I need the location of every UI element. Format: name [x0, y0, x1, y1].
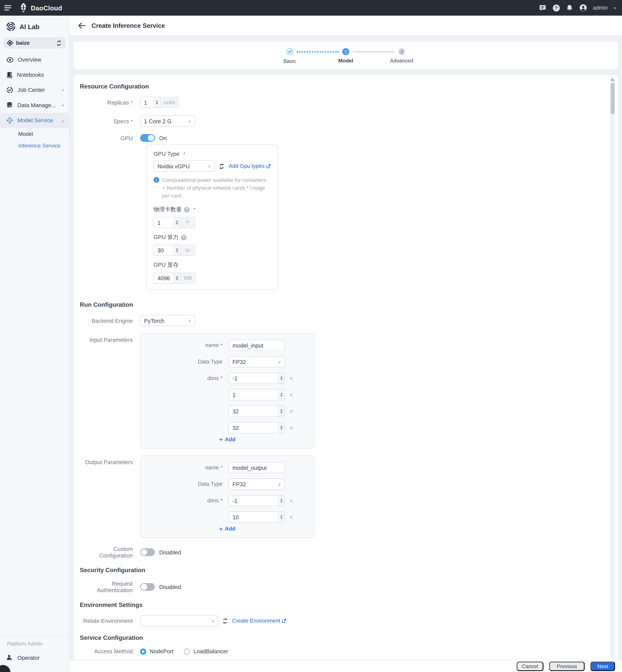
remove-dim-icon[interactable]: ✕ [289, 408, 293, 414]
replicas-stepper[interactable] [153, 97, 160, 107]
sidebar-subitem-inference-service[interactable]: Inference Service [0, 140, 69, 152]
remove-dim-icon[interactable]: ✕ [289, 375, 293, 381]
product-name: AI Lab [20, 23, 39, 30]
previous-button[interactable]: Previous [549, 661, 585, 671]
plus-icon: + [219, 436, 223, 443]
add-output-dim-button[interactable]: + Add [219, 525, 236, 532]
gpu-toggle[interactable] [140, 134, 155, 142]
chevron-down-icon: ▾ [62, 88, 64, 92]
add-input-dim-button[interactable]: + Add [219, 436, 236, 443]
refresh-environments-icon[interactable] [222, 618, 228, 624]
backend-engine-select[interactable]: PyTorch ∨ [140, 315, 195, 326]
create-environment-link[interactable]: Create Environment [232, 618, 286, 624]
physical-card-count-input[interactable] [154, 217, 174, 228]
sidebar-item-label: Model Service [18, 117, 58, 124]
remove-dim-icon[interactable]: ✕ [289, 392, 293, 398]
scrollbar-up-arrow[interactable] [611, 78, 614, 81]
gpu-memory-stepper[interactable] [174, 273, 180, 283]
specs-select[interactable]: 1 Core 2 G ∨ [140, 115, 195, 127]
gpu-power-input[interactable] [154, 245, 174, 256]
input-dim-field[interactable] [229, 373, 278, 383]
step-model[interactable]: 2 Model [342, 48, 349, 55]
remove-dim-icon[interactable]: ✕ [289, 425, 293, 431]
input-dtype-select[interactable]: FP32 ∨ [229, 356, 285, 367]
output-name-field[interactable] [229, 462, 284, 473]
hamburger-menu-icon[interactable] [0, 0, 15, 15]
feedback-icon[interactable] [539, 4, 546, 11]
gpu-power-label: GPU 算力 ? [153, 233, 271, 241]
sidebar-item-model-service[interactable]: Model Service ▴ [0, 113, 69, 128]
dim-stepper[interactable] [278, 390, 284, 400]
sidebar-item-job-center[interactable]: Job Center ▾ [0, 82, 69, 98]
access-method-label: Access Method [80, 648, 133, 654]
workspace-selector[interactable]: baize [3, 37, 65, 48]
remove-dim-icon[interactable]: ✕ [289, 514, 293, 520]
sidebar-item-data-management[interactable]: Data Manage... ▾ [0, 98, 69, 113]
dim-stepper[interactable] [278, 406, 284, 416]
gpu-memory-input[interactable] [154, 273, 174, 283]
param-name-label: name [170, 342, 222, 348]
input-name-field[interactable] [229, 340, 284, 350]
workspace-switch-icon[interactable] [56, 40, 62, 46]
request-authentication-toggle[interactable] [140, 583, 155, 591]
gpu-power-text: GPU 算力 [153, 233, 178, 241]
chevron-down-icon: ∨ [278, 360, 281, 364]
help-tooltip-icon[interactable]: ? [181, 235, 186, 240]
dim-input-box [229, 422, 285, 433]
step-connector-dotted [297, 51, 339, 52]
gpu-type-select[interactable]: Nvidia vGPU ∨ [153, 161, 215, 172]
back-arrow-icon[interactable] [78, 22, 85, 28]
eye-icon [6, 57, 13, 62]
input-dim-field[interactable] [229, 390, 278, 400]
input-name-box [229, 340, 285, 351]
step-basic[interactable]: Basic [286, 48, 293, 55]
step-advanced[interactable]: 3 Advanced [398, 48, 405, 55]
platform-admin-label: Platform Admin [0, 640, 69, 651]
database-icon [6, 102, 13, 108]
replicas-input[interactable] [140, 97, 153, 107]
refresh-gpu-types-icon[interactable] [219, 163, 225, 169]
radio-nodeport-label[interactable]: NodePort [149, 648, 173, 654]
scrollbar-thumb[interactable] [611, 83, 614, 114]
dim-stepper[interactable] [278, 495, 284, 506]
sidebar-subitem-model[interactable]: Model [0, 128, 69, 140]
sidebar-item-notebooks[interactable]: Notebooks [0, 67, 69, 82]
notification-bell-icon[interactable] [566, 4, 574, 11]
output-dtype-select[interactable]: FP32 ∨ [229, 478, 285, 490]
output-dtype-value: FP32 [233, 481, 275, 488]
sidebar-item-overview[interactable]: Overview [0, 52, 69, 67]
help-icon[interactable]: ? [553, 4, 560, 11]
remove-dim-icon[interactable]: ✕ [289, 497, 293, 504]
help-tooltip-icon[interactable]: ? [184, 207, 189, 212]
input-dim-field[interactable] [229, 406, 278, 416]
sidebar-subitem-label: Inference Service [18, 142, 60, 148]
physical-card-count-label: 物理卡数量 ? [153, 206, 271, 213]
add-gpu-types-link[interactable]: Add Gpu types [229, 163, 271, 169]
sidebar-item-operator[interactable]: Operator [0, 651, 69, 664]
chevron-down-icon: ∨ [211, 618, 214, 623]
dim-stepper[interactable] [278, 373, 284, 383]
gpu-power-stepper[interactable] [174, 245, 180, 256]
radio-loadbalancer[interactable] [184, 648, 190, 654]
username-label[interactable]: admin [593, 5, 608, 11]
section-environment-settings: Environment Settings [80, 601, 600, 608]
specs-label: Specs [80, 118, 133, 124]
user-menu-chevron-down-icon[interactable]: ▾ [614, 5, 616, 10]
physical-card-stepper[interactable] [174, 217, 180, 228]
dim-stepper[interactable] [278, 423, 284, 433]
custom-configuration-toggle[interactable] [140, 548, 155, 556]
user-avatar[interactable] [579, 4, 587, 11]
gpu-memory-unit: MB [180, 272, 196, 283]
radio-nodeport[interactable] [140, 648, 146, 654]
dim-stepper[interactable] [278, 512, 284, 523]
ai-lab-logo-icon [6, 22, 15, 31]
form-scrollbar[interactable] [610, 76, 615, 659]
input-dim-field[interactable] [229, 423, 278, 433]
output-dim-field[interactable] [229, 512, 278, 523]
cancel-button[interactable]: Cancel [517, 661, 544, 671]
output-dim-field[interactable] [229, 495, 278, 506]
gpu-config-box: GPU Type Nvidia vGPU ∨ Add Gpu types [146, 144, 278, 290]
relate-environment-select[interactable]: ∨ [140, 615, 218, 626]
radio-loadbalancer-label[interactable]: LoadBalancer [193, 648, 228, 654]
next-button[interactable]: Next [590, 661, 615, 671]
